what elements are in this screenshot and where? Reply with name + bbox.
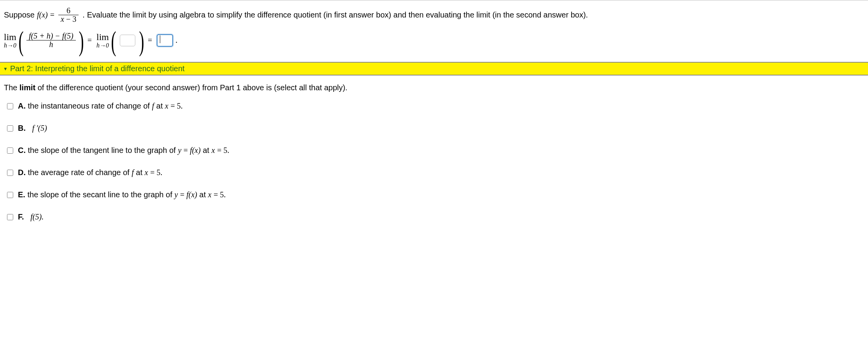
- equals-sign-2: =: [88, 36, 92, 45]
- option-B-label: B.: [18, 124, 26, 132]
- checkbox-A[interactable]: [7, 103, 13, 109]
- option-A-label: A.: [18, 102, 26, 110]
- option-D-label: D.: [18, 168, 26, 177]
- part2-header-text: Part 2: Interpreting the limit of a diff…: [10, 64, 185, 73]
- suppose-text: Suppose: [4, 11, 35, 19]
- checkbox-F[interactable]: [7, 214, 13, 220]
- part2-section: The limit of the difference quotient (yo…: [0, 75, 868, 233]
- lim-2: lim h→0: [96, 32, 109, 49]
- problem-statement: Suppose f(x) = 6 x − 3 . Evaluate the li…: [4, 7, 864, 23]
- difference-quotient-equation: lim h→0 ( f(5 + h) − f(5) h ) = lim h→0 …: [4, 32, 864, 49]
- fraction-6-over-x-3: 6 x − 3: [58, 7, 79, 23]
- lim-1: lim h→0: [4, 32, 16, 49]
- part1-section: Suppose f(x) = 6 x − 3 . Evaluate the li…: [0, 0, 868, 62]
- right-paren-2: ): [139, 34, 144, 49]
- option-E: E. the slope of the secant line to the g…: [7, 190, 864, 199]
- checkbox-D[interactable]: [7, 170, 13, 176]
- period-1: .: [82, 11, 85, 19]
- option-F-expr: f(5).: [30, 212, 44, 221]
- fraction-denominator: x − 3: [58, 15, 79, 23]
- answer-box-2[interactable]: [157, 34, 173, 47]
- final-period: .: [175, 36, 177, 45]
- dq-denominator: h: [47, 40, 55, 49]
- fraction-numerator: 6: [64, 7, 73, 15]
- fx-label: f(x): [37, 11, 48, 19]
- answer-box-1[interactable]: [120, 35, 135, 46]
- checkbox-B[interactable]: [7, 125, 13, 132]
- option-D: D. the average rate of change of f at x …: [7, 168, 864, 177]
- instruction-text: Evaluate the limit by using algebra to s…: [87, 11, 588, 19]
- option-E-label: E.: [18, 190, 25, 199]
- part2-header-bar[interactable]: ▼ Part 2: Interpreting the limit of a di…: [0, 62, 868, 75]
- checkbox-C[interactable]: [7, 147, 13, 154]
- text-cursor: [160, 35, 160, 43]
- option-C: C. the slope of the tangent line to the …: [7, 146, 864, 155]
- option-B-expr: f ′(5): [32, 124, 47, 132]
- left-paren-1: (: [18, 34, 23, 49]
- option-C-label: C.: [18, 146, 26, 154]
- option-F-label: F.: [18, 212, 24, 221]
- difference-quotient-fraction: f(5 + h) − f(5) h: [26, 32, 76, 49]
- equals-sign-3: =: [148, 36, 152, 45]
- dq-numerator: f(5 + h) − f(5): [26, 32, 76, 40]
- checkbox-E[interactable]: [7, 192, 13, 198]
- right-paren-1: ): [79, 34, 84, 49]
- left-paren-2: (: [111, 34, 116, 49]
- option-F: F. f(5).: [7, 212, 864, 221]
- collapse-triangle-icon: ▼: [3, 66, 8, 72]
- option-A: A. the instantaneous rate of change of f…: [7, 102, 864, 111]
- part2-prompt: The limit of the difference quotient (yo…: [4, 83, 864, 92]
- equals-sign-1: =: [50, 11, 54, 19]
- option-B: B. f ′(5): [7, 124, 864, 133]
